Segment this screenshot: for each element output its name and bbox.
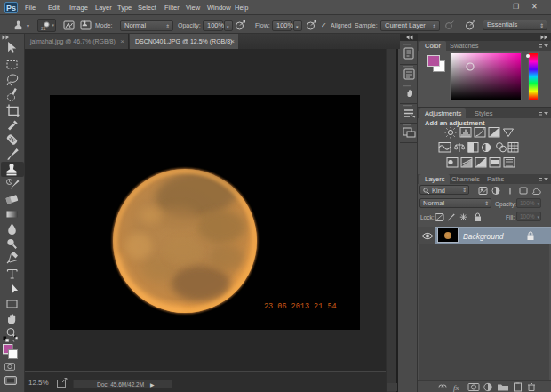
svg-text:fx: fx (453, 383, 459, 392)
svg-text:23 06 2013 21 54: 23 06 2013 21 54 (264, 302, 337, 311)
